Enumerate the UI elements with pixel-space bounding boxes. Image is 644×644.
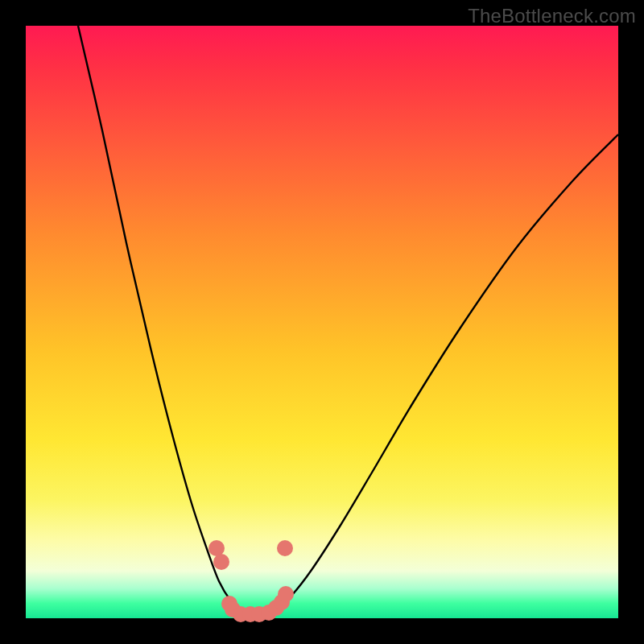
chart-svg [26,26,618,618]
curve-markers [208,540,294,622]
watermark-text: TheBottleneck.com [468,5,636,27]
plot-area [26,26,618,618]
bottleneck-curve [78,26,618,617]
curve-marker [277,540,293,556]
curve-marker [213,554,229,570]
curve-marker [278,586,294,602]
outer-frame: TheBottleneck.com [0,0,644,644]
curve-marker [208,540,225,556]
